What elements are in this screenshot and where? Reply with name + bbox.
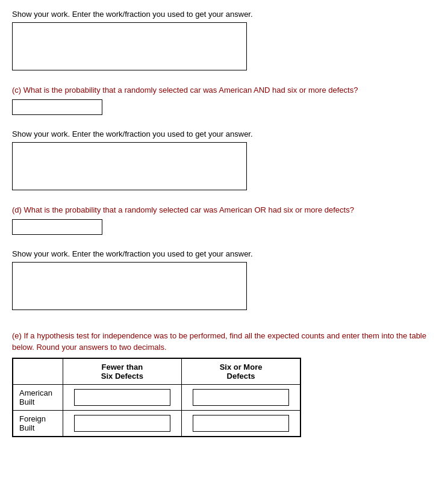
american-more-cell (182, 384, 300, 410)
show-work-section-2: Show your work. Enter the work/fraction … (12, 129, 427, 190)
work-textarea-3[interactable] (12, 262, 247, 310)
foreign-more-input[interactable] (193, 415, 289, 432)
question-e-section: (e) If a hypothesis test for independenc… (12, 331, 427, 437)
expected-counts-table: Fewer than Six Defects Six or More Defec… (12, 358, 301, 437)
work-textarea-1[interactable] (12, 22, 247, 70)
work-textarea-2[interactable] (12, 142, 247, 190)
american-fewer-input[interactable] (74, 389, 170, 406)
table-header-fewer: Fewer than Six Defects (63, 358, 181, 385)
question-d-text: (d) What is the probability that a rando… (12, 205, 427, 216)
table-row-american: American Built (13, 384, 300, 410)
foreign-fewer-input[interactable] (74, 415, 170, 432)
question-d-section: (d) What is the probability that a rando… (12, 205, 427, 235)
answer-input-c[interactable] (12, 99, 102, 115)
show-work-section-3: Show your work. Enter the work/fraction … (12, 249, 427, 310)
show-work-instruction-1: Show your work. Enter the work/fraction … (12, 10, 427, 19)
foreign-built-label: Foreign Built (13, 410, 63, 437)
table-header-six-more: Six or More Defects (182, 358, 300, 385)
show-work-instruction-2: Show your work. Enter the work/fraction … (12, 129, 427, 138)
american-fewer-cell (63, 384, 181, 410)
table-header-blank (13, 358, 63, 385)
table-row-foreign: Foreign Built (13, 410, 300, 437)
question-c-text: (c) What is the probability that a rando… (12, 85, 427, 96)
show-work-section-1: Show your work. Enter the work/fraction … (12, 10, 427, 70)
show-work-instruction-3: Show your work. Enter the work/fraction … (12, 249, 427, 258)
american-built-label: American Built (13, 384, 63, 410)
answer-input-d[interactable] (12, 219, 102, 235)
question-c-section: (c) What is the probability that a rando… (12, 85, 427, 115)
question-e-text: (e) If a hypothesis test for independenc… (12, 331, 427, 352)
foreign-fewer-cell (63, 410, 181, 437)
foreign-more-cell (182, 410, 300, 437)
american-more-input[interactable] (193, 389, 289, 406)
